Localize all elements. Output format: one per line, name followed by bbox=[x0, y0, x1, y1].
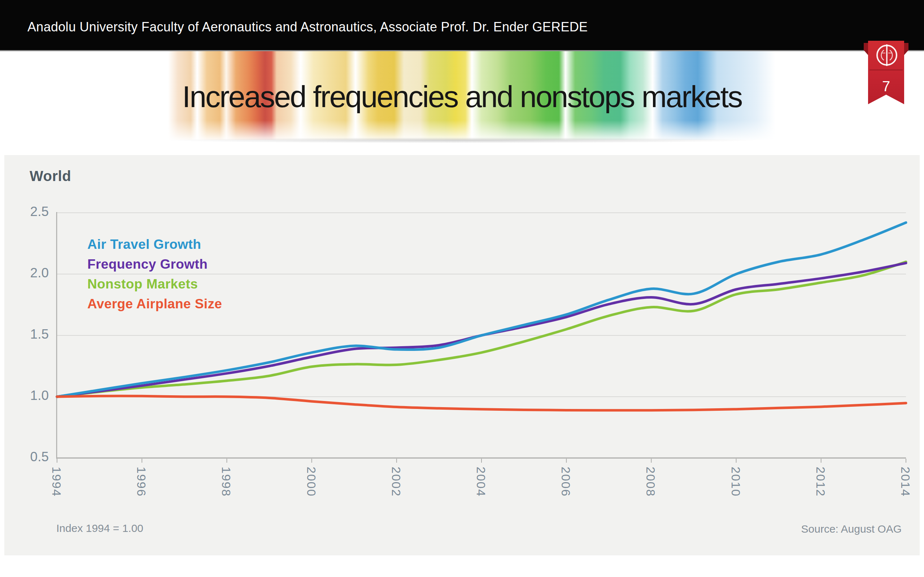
x-tick-label: 2012 bbox=[814, 467, 828, 517]
page-number: 7 bbox=[868, 78, 904, 95]
legend-item-air-travel-growth: Air Travel Growth bbox=[87, 234, 222, 254]
y-tick-label: 1.0 bbox=[11, 388, 49, 403]
page-number-ribbon: 7 bbox=[864, 41, 908, 106]
header-title: Anadolu University Faculty of Aeronautic… bbox=[27, 19, 588, 35]
legend-item-nonstop-markets: Nonstop Markets bbox=[87, 274, 222, 294]
source-footnote: Source: August OAG bbox=[801, 523, 901, 535]
x-tick-label: 2004 bbox=[474, 467, 488, 517]
ribbon-fold-right bbox=[903, 43, 908, 56]
x-tick-label: 2010 bbox=[729, 467, 743, 517]
slide: Anadolu University Faculty of Aeronautic… bbox=[0, 0, 924, 577]
slide-title: Increased frequencies and nonstops marke… bbox=[0, 79, 924, 114]
series-line-averge-airplane-size bbox=[57, 396, 906, 410]
header-bar: Anadolu University Faculty of Aeronautic… bbox=[0, 0, 924, 51]
x-tick-label: 2000 bbox=[304, 467, 318, 517]
university-logo-icon bbox=[875, 44, 898, 67]
chart-legend: Air Travel GrowthFrequency GrowthNonstop… bbox=[87, 234, 222, 314]
y-tick-label: 0.5 bbox=[11, 449, 49, 464]
chart-title: World bbox=[30, 168, 71, 184]
index-footnote: Index 1994 = 1.00 bbox=[56, 522, 143, 534]
ribbon-crease bbox=[869, 69, 903, 70]
legend-item-frequency-growth: Frequency Growth bbox=[87, 254, 222, 274]
legend-item-averge-airplane-size: Averge Airplane Size bbox=[87, 294, 222, 314]
y-tick-label: 2.5 bbox=[11, 204, 49, 219]
x-tick-label: 1994 bbox=[50, 467, 63, 517]
y-tick-label: 1.5 bbox=[11, 327, 49, 342]
y-tick-label: 2.0 bbox=[11, 266, 49, 280]
x-tick-label: 1998 bbox=[219, 467, 233, 517]
x-tick-label: 2008 bbox=[643, 467, 657, 517]
x-tick-label: 2006 bbox=[559, 467, 573, 517]
x-tick-label: 1996 bbox=[134, 467, 149, 517]
x-tick-label: 2014 bbox=[898, 467, 913, 517]
ribbon-fold-left bbox=[864, 43, 869, 56]
x-tick-label: 2002 bbox=[389, 467, 403, 517]
